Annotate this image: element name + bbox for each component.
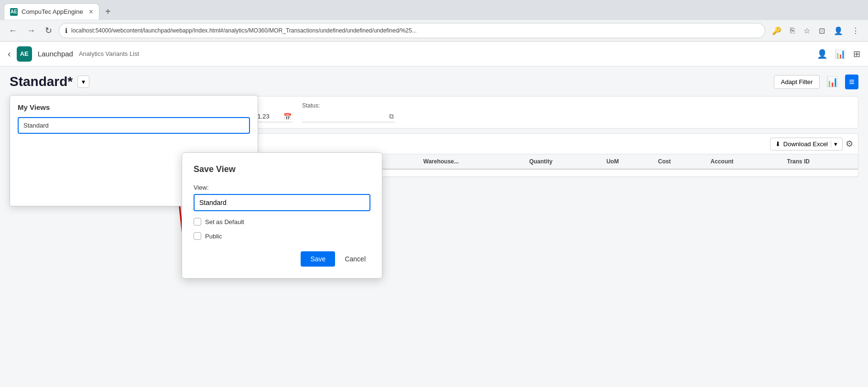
download-icon: ⬇: [775, 140, 781, 148]
tab-favicon: AE: [10, 8, 18, 16]
status-filter: Status: ⧉: [302, 102, 395, 122]
download-arrow-btn[interactable]: ▾: [831, 140, 837, 148]
grid-icon-btn[interactable]: ⊞: [853, 49, 860, 59]
download-excel-label: Download Excel: [783, 140, 828, 148]
status-copy-icon[interactable]: ⧉: [388, 111, 395, 121]
user-settings-icon-btn[interactable]: 👤: [817, 49, 827, 59]
col-trans-id: Trans ID: [782, 154, 858, 169]
nav-actions: 🔑 ⎘ ☆ ⊡ 👤 ⋮: [769, 24, 862, 37]
active-tab: AE CompuTec AppEngine ×: [4, 3, 99, 20]
nav-bar: ← → ↻ ℹ localhost:54000/webcontent/launc…: [0, 20, 868, 41]
new-tab-btn[interactable]: +: [101, 4, 115, 19]
view-field-label: View:: [194, 184, 370, 191]
dialog-cancel-btn[interactable]: Cancel: [340, 251, 370, 267]
app-header: ‹ AE Launchpad Analytics Variants List 👤…: [0, 42, 868, 66]
address-text: localhost:54000/webcontent/launchpad/web…: [71, 27, 417, 34]
tab-title: CompuTec AppEngine: [22, 8, 85, 15]
col-cost: Cost: [653, 154, 706, 169]
col-quantity: Quantity: [524, 154, 602, 169]
address-bar[interactable]: ℹ localhost:54000/webcontent/launchpad/w…: [59, 23, 765, 38]
save-view-dialog: Save View View: Set as Default Public Sa…: [182, 152, 382, 279]
app-back-btn[interactable]: ‹: [8, 48, 11, 59]
adapt-filter-btn[interactable]: Adapt Filter: [774, 75, 820, 89]
calendar-icon[interactable]: 📅: [282, 112, 293, 121]
set-default-checkbox[interactable]: [194, 218, 201, 226]
dialog-footer: Save Cancel: [194, 251, 370, 267]
view-dropdown-btn[interactable]: ▾: [77, 75, 89, 88]
header-icons: 👤 📊 ⊞: [817, 49, 860, 59]
set-default-label: Set as Default: [205, 218, 244, 226]
chart-view-btn[interactable]: 📊: [825, 74, 840, 89]
key-icon-btn[interactable]: 🔑: [769, 24, 784, 37]
page-title: Standard*: [10, 74, 73, 89]
view-item-standard[interactable]: Standard: [18, 117, 250, 134]
public-checkbox[interactable]: [194, 232, 201, 240]
share-icon-btn[interactable]: ⎘: [787, 24, 798, 37]
extensions-icon-btn[interactable]: ⊡: [816, 24, 828, 37]
main-content: Standard* ▾ Adapt Filter 📊 ≡ Document Nu…: [0, 66, 868, 387]
col-warehouse: Warehouse...: [419, 154, 525, 169]
public-label: Public: [205, 233, 222, 240]
dialog-title: Save View: [194, 164, 370, 174]
profile-icon-btn[interactable]: 👤: [831, 24, 846, 37]
tab-bar: AE CompuTec AppEngine × +: [0, 0, 868, 20]
nav-refresh-btn[interactable]: ↻: [42, 23, 55, 38]
tab-close-btn[interactable]: ×: [89, 8, 93, 16]
status-label: Status:: [302, 102, 395, 109]
bookmark-icon-btn[interactable]: ☆: [801, 24, 813, 37]
nav-back-btn[interactable]: ←: [6, 24, 20, 38]
my-views-title: My Views: [18, 103, 250, 111]
nav-forward-btn[interactable]: →: [24, 24, 38, 38]
page-title-row: Standard* ▾ Adapt Filter 📊 ≡: [10, 74, 858, 89]
col-uom: UoM: [602, 154, 653, 169]
table-view-btn[interactable]: ≡: [845, 75, 858, 89]
table-settings-btn[interactable]: ⚙: [846, 139, 853, 149]
app-name: Launchpad: [38, 50, 73, 58]
status-input[interactable]: [302, 111, 388, 122]
status-input-wrapper: ⧉: [302, 111, 395, 122]
analytics-icon-btn[interactable]: 📊: [835, 49, 846, 59]
app-logo: AE: [17, 46, 32, 62]
menu-icon-btn[interactable]: ⋮: [849, 24, 862, 37]
public-row: Public: [194, 232, 370, 240]
view-name-input[interactable]: [194, 194, 370, 211]
col-account: Account: [706, 154, 782, 169]
set-default-row: Set as Default: [194, 218, 370, 226]
dialog-save-btn[interactable]: Save: [301, 251, 335, 267]
download-excel-btn[interactable]: ⬇ Download Excel ▾: [770, 138, 843, 150]
browser-chrome: AE CompuTec AppEngine × + ← → ↻ ℹ localh…: [0, 0, 868, 42]
app-breadcrumb: Analytics Variants List: [79, 50, 139, 57]
